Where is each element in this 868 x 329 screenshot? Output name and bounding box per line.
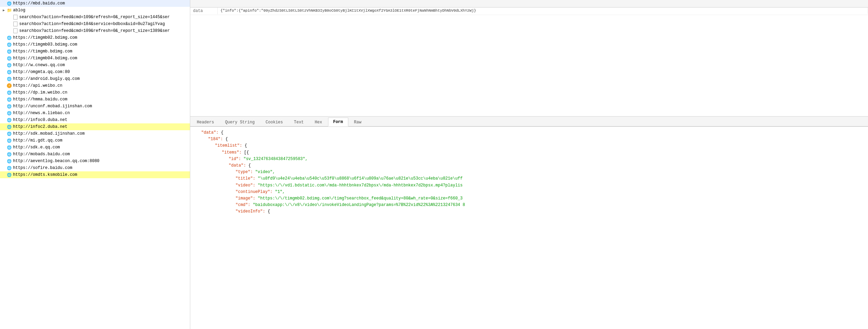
globe-icon: 🌐 <box>6 166 12 170</box>
tree-row[interactable]: 🌐http://aeventlog.beacon.qq.com:8080 <box>0 158 190 164</box>
globe-icon: 🌐 <box>6 172 12 177</box>
tree-row[interactable]: 🌐http://sdk.e.qq.com <box>0 144 190 151</box>
globe-icon: 🌐 <box>6 131 12 136</box>
tree-row[interactable]: 🌐https://timgmb.bdimg.com <box>0 48 190 55</box>
tree-row[interactable]: 🌐https://omdts.ksmobile.com <box>0 171 190 178</box>
json-line: "id": "sv_13247634843847259583", <box>194 156 864 162</box>
json-key: "videoInfo": <box>236 209 268 214</box>
json-value: "video", <box>255 170 275 174</box>
tab-content: "data": {"184": {"itemlist": {"items": [… <box>190 127 868 329</box>
url-text: http://mobads.baidu.com <box>13 152 70 157</box>
tree-row[interactable]: ⚡https://api.weibo.cn <box>0 82 190 89</box>
json-key: "184": <box>208 137 225 142</box>
json-key: "itemlist": <box>215 143 244 148</box>
tabs-bar: HeadersQuery StringCookiesTextHexFormRaw <box>190 117 868 127</box>
tree-row[interactable]: ▶📁ablog <box>0 7 190 14</box>
json-line: "video": "https:\/\/vd1.bdstatic.com\/md… <box>194 182 864 189</box>
json-line: "data": { <box>194 162 864 169</box>
json-value: [{ <box>244 150 249 155</box>
json-value: "https:\/\/timgmb02.bdimg.com\/timg?sear… <box>258 196 463 201</box>
tree-row[interactable]: 🌐https://sofire.baidu.com <box>0 164 190 171</box>
nv-header <box>190 0 868 8</box>
json-key: "video": <box>236 183 258 188</box>
json-value: "\u8fd9\u4e24\u4eba\u540c\u53f0\u8868\u6… <box>258 176 463 181</box>
bottom-area: HeadersQuery StringCookiesTextHexFormRaw… <box>190 117 868 329</box>
json-key: "type": <box>236 170 255 174</box>
tree-row[interactable]: 🌐https://hmma.baidu.com <box>0 96 190 103</box>
folder-icon: 📁 <box>6 8 12 13</box>
tree-row[interactable]: 🌐http://android.bugly.qq.com <box>0 75 190 82</box>
nv-row: data{"info":{"apinfo":"09yZhdzS0tLS0tLS0… <box>190 8 868 15</box>
nv-name-cell: data <box>190 8 218 14</box>
globe-icon: 🌐 <box>6 159 12 163</box>
json-key: "items": <box>222 150 244 155</box>
tree-row[interactable]: 🌐https://dp.im.weibo.cn <box>0 89 190 96</box>
right-panel: data{"info":{"apinfo":"09yZhdzS0tLS0tLS0… <box>190 0 868 329</box>
url-text: http://sdk.mobad.ijinshan.com <box>13 131 85 136</box>
tree-row[interactable]: 🌐http://infoc0.duba.net <box>0 117 190 123</box>
globe-icon: 🌐 <box>6 138 12 143</box>
tree-row[interactable]: 🌐http://w.cnews.qq.com <box>0 62 190 69</box>
globe-icon: 🌐 <box>6 70 12 74</box>
doc-icon <box>12 22 19 26</box>
url-text: searchbox?action=feed&cmd=109&refresh=0&… <box>19 15 170 20</box>
tree-row[interactable]: searchbox?action=feed&cmd=109&refresh=0&… <box>0 14 190 21</box>
tree-row[interactable]: 🌐http://news.m.liebao.cn <box>0 110 190 117</box>
json-line: "videoInfo": { <box>194 208 864 215</box>
json-value: "https:\/\/vd1.bdstatic.com\/mda-hhhtbnk… <box>258 183 463 188</box>
tree-row[interactable]: 🌐http://omgmta.qq.com:80 <box>0 69 190 75</box>
tab-hex[interactable]: Hex <box>310 118 327 126</box>
tab-cookies[interactable]: Cookies <box>261 118 288 126</box>
json-line: "type": "video", <box>194 169 864 175</box>
bolt-icon: ⚡ <box>6 83 12 88</box>
tree-row[interactable]: 🌐http://sdk.mobad.ijinshan.com <box>0 130 190 137</box>
url-text: https://dp.im.weibo.cn <box>13 90 67 95</box>
url-text: http://android.bugly.qq.com <box>13 76 80 81</box>
tab-form[interactable]: Form <box>328 118 348 126</box>
tree-row[interactable]: 🌐http://mi.gdt.qq.com <box>0 137 190 144</box>
tree-row[interactable]: searchbox?action=feed&cmd=109&refresh=0&… <box>0 27 190 34</box>
doc-icon <box>12 28 19 33</box>
json-line: "title": "\u8fd9\u4e24\u4eba\u540c\u53f0… <box>194 175 864 182</box>
url-text: https://timgmb02.bdimg.com <box>13 35 77 40</box>
tree-row[interactable]: searchbox?action=feed&cmd=184&service=bd… <box>0 21 190 27</box>
json-key: "title": <box>236 176 258 181</box>
globe-icon: 🌐 <box>6 111 12 115</box>
globe-icon: 🌐 <box>6 124 12 129</box>
json-line: "data": { <box>194 130 864 136</box>
json-key: "image": <box>236 196 258 201</box>
json-key: "data": <box>229 163 249 168</box>
globe-icon: 🌐 <box>6 97 12 102</box>
json-value: { <box>225 137 228 142</box>
tree-row[interactable]: 🌐https://timgmb04.bdimg.com <box>0 55 190 62</box>
globe-icon: 🌐 <box>6 1 12 6</box>
url-text: https://timgmb.bdimg.com <box>13 49 72 54</box>
url-text: http://aeventlog.beacon.qq.com:8080 <box>13 159 99 163</box>
url-text: searchbox?action=feed&cmd=184&service=bd… <box>19 22 165 26</box>
left-panel[interactable]: 🌐https://mbd.baidu.com▶📁ablogsearchbox?a… <box>0 0 190 329</box>
tree-row[interactable]: 🌐https://timgmb03.bdimg.com <box>0 41 190 48</box>
globe-icon: 🌐 <box>6 152 12 157</box>
tab-querystring[interactable]: Query String <box>220 118 260 126</box>
tree-row[interactable]: 🌐http://infoc2.duba.net <box>0 123 190 130</box>
tab-text[interactable]: Text <box>289 118 309 126</box>
tree-row[interactable]: 🌐http://unconf.mobad.ijinshan.com <box>0 103 190 110</box>
tab-headers[interactable]: Headers <box>192 118 219 126</box>
json-line: "continuePlay": "1", <box>194 189 864 195</box>
tab-raw[interactable]: Raw <box>349 118 367 126</box>
tree-row[interactable]: 🌐http://mobads.baidu.com <box>0 151 190 158</box>
json-line: "cmd": "baiduboxapp:\/\/v8\/video\/invok… <box>194 202 864 208</box>
json-value: "sv_13247634843847259583", <box>243 157 308 161</box>
json-value: { <box>249 163 251 168</box>
json-line: "items": [{ <box>194 149 864 156</box>
url-text: https://mbd.baidu.com <box>13 1 65 6</box>
globe-icon: 🌐 <box>6 42 12 47</box>
tree-row[interactable]: 🌐https://timgmb02.bdimg.com <box>0 34 190 41</box>
json-line: "image": "https:\/\/timgmb02.bdimg.com\/… <box>194 195 864 202</box>
url-text: http://infoc2.duba.net <box>13 124 67 129</box>
globe-icon: 🌐 <box>6 35 12 40</box>
tree-row[interactable]: 🌐https://mbd.baidu.com <box>0 0 190 7</box>
json-value: { <box>221 130 224 135</box>
url-text: ablog <box>13 8 25 13</box>
globe-icon: 🌐 <box>6 90 12 95</box>
